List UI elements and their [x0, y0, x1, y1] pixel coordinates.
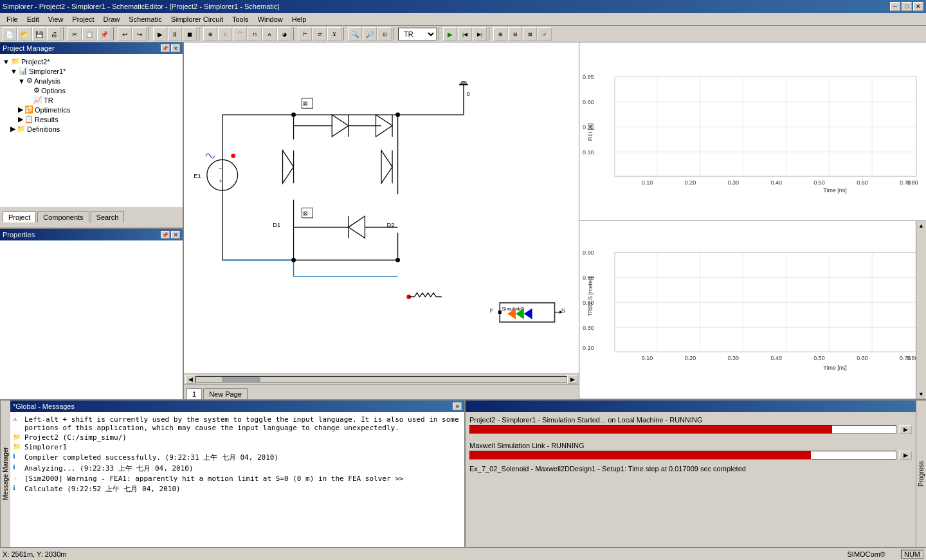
vscroll-up[interactable]: ▲: [918, 221, 924, 230]
tb-new[interactable]: 📄: [3, 27, 17, 41]
pm-close[interactable]: ✕: [171, 44, 180, 52]
msg-text-6: Calculate (9:22:52 上午 七月 04, 2010): [24, 484, 181, 494]
vscroll-right[interactable]: ▲ ▼: [916, 221, 926, 399]
tb-e3[interactable]: ⊠: [523, 27, 537, 41]
tree-results[interactable]: ▶📋Results: [3, 114, 180, 124]
menu-draw[interactable]: Draw: [100, 14, 124, 24]
tb-c2[interactable]: ⇌: [313, 27, 327, 41]
menu-simplorer-circuit[interactable]: Simplorer Circuit: [167, 14, 227, 24]
pm-tab-components[interactable]: Components: [37, 212, 89, 222]
title-bar: Simplorer - Project2 - Simplorer1 - Sche…: [0, 0, 926, 13]
tb-e4[interactable]: ✓: [538, 27, 552, 41]
menu-schematic[interactable]: Schematic: [125, 14, 165, 24]
tb-fit[interactable]: ⊡: [377, 27, 392, 41]
info-icon-3: ℹ: [13, 484, 22, 491]
tree-tr[interactable]: 📈TR: [3, 95, 180, 105]
ex-status: Ex_7_02_Solenoid - Maxwell2DDesign1 - Se…: [469, 465, 912, 473]
tb-save[interactable]: 💾: [32, 27, 46, 41]
tb-c3[interactable]: ⊻: [327, 27, 341, 41]
menu-tools[interactable]: Tools: [228, 14, 253, 24]
tree-analysis[interactable]: ▼⚙Analysis: [3, 76, 180, 86]
hscroll-left[interactable]: ◀: [185, 375, 195, 384]
hscroll-right[interactable]: ▶: [567, 375, 577, 384]
toolbar-sep5: [293, 28, 296, 41]
msg-compiler: ℹ Compiler completed successfully. (9:22…: [13, 452, 462, 463]
plot2-svg: 0.90 0.70 0.50 0.30 0.10 0.10 0.20 0.30 …: [579, 221, 926, 399]
tb-e2[interactable]: ⊟: [508, 27, 522, 41]
hscroll-thumb[interactable]: [222, 377, 260, 382]
sim-bar-fill: [470, 426, 832, 433]
tb-b1[interactable]: ⊞: [203, 27, 217, 41]
tb-print[interactable]: 🖨: [47, 27, 61, 41]
svg-text:R1I [A]: R1I [A]: [587, 123, 594, 141]
msg-close[interactable]: ✕: [453, 402, 462, 410]
svg-text:0.30: 0.30: [583, 325, 594, 331]
svg-text:0.85: 0.85: [583, 74, 594, 80]
menu-edit[interactable]: Edit: [23, 14, 43, 24]
msg-text-1: Project2 (C:/simp_simu/): [24, 433, 127, 442]
maxwell-run-btn[interactable]: ▶: [899, 451, 912, 460]
tree-options[interactable]: ⚙Options: [3, 86, 180, 95]
tb-d2[interactable]: ▶|: [473, 27, 487, 41]
warning-icon-2: ⚠: [13, 474, 22, 482]
messages-titlebar: *Global - Messages ✕: [10, 401, 464, 412]
tree-optimetrics[interactable]: ▶🔁Optimetrics: [3, 105, 180, 114]
tb-run[interactable]: ▶: [153, 27, 167, 41]
pm-pin[interactable]: 📌: [161, 44, 170, 52]
tb-run2[interactable]: ▶: [443, 27, 457, 41]
tree-project2[interactable]: ▼📁Project2*: [3, 57, 180, 66]
pm-tab-project[interactable]: Project: [3, 212, 36, 222]
maxwell-bar-row: ▶: [469, 451, 912, 460]
message-manager-label: Message Manager: [0, 401, 10, 547]
tb-paste[interactable]: 📌: [97, 27, 111, 41]
close-btn[interactable]: ✕: [913, 2, 923, 11]
tree-definitions[interactable]: ▶📁Definitions: [3, 124, 180, 134]
tb-open[interactable]: 📂: [17, 27, 32, 41]
pm-tab-search[interactable]: Search: [91, 212, 125, 222]
menu-help[interactable]: Help: [288, 14, 311, 24]
plot-pane-1: 0.85 0.60 0.35 0.10 0.10 0.20 0.30 0.40 …: [579, 42, 926, 221]
tb-undo[interactable]: ↩: [118, 27, 132, 41]
analysis-type-dropdown[interactable]: TR: [398, 28, 437, 41]
tb-stop[interactable]: ⏹: [183, 27, 197, 41]
menu-file[interactable]: File: [3, 14, 22, 24]
schematic-hscroll[interactable]: ◀ ▶: [184, 374, 579, 384]
tb-cut[interactable]: ✂: [68, 27, 82, 41]
props-close[interactable]: ✕: [171, 231, 180, 239]
tb-b2[interactable]: ○: [218, 27, 232, 41]
tb-pause[interactable]: ⏸: [168, 27, 182, 41]
svg-text:0.40: 0.40: [770, 179, 781, 186]
tb-copy[interactable]: 📋: [82, 27, 96, 41]
toolbar-row1: 📄 📂 💾 🖨 ✂ 📋 📌 ↩ ↪ ▶ ⏸ ⏹ ⊞ ○ ⌒ ⊓ A ◕ ⊢ ⇌ …: [0, 26, 926, 42]
toolbar-sep7: [394, 28, 396, 41]
tb-b5[interactable]: A: [262, 27, 277, 41]
tb-c1[interactable]: ⊢: [298, 27, 312, 41]
tree-simplorer1[interactable]: ▼📊Simplorer1*: [3, 66, 180, 76]
hscroll-track[interactable]: [195, 376, 567, 383]
sim-run-btn[interactable]: ▶: [899, 425, 912, 434]
tb-e1[interactable]: ⊞: [493, 27, 507, 41]
tb-d1[interactable]: |◀: [458, 27, 472, 41]
tb-redo[interactable]: ↪: [132, 27, 147, 41]
tb-b3[interactable]: ⌒: [233, 27, 247, 41]
schem-tab-1[interactable]: 1: [186, 388, 202, 399]
props-pin[interactable]: 📌: [161, 231, 170, 239]
maxwell-label: Maxwell Simulation Link - RUNNING: [469, 442, 912, 449]
schem-tab-new[interactable]: New Page: [203, 388, 248, 399]
menu-window[interactable]: Window: [254, 14, 287, 24]
tb-b6[interactable]: ◕: [277, 27, 291, 41]
tb-b4[interactable]: ⊓: [248, 27, 262, 41]
schematic-canvas[interactable]: − + E1: [184, 42, 579, 374]
menu-view[interactable]: View: [44, 14, 68, 24]
tb-zoom-out[interactable]: 🔎: [363, 27, 377, 41]
menu-project[interactable]: Project: [68, 14, 98, 24]
messages-content: ⚠ Left-alt + shift is currently used by …: [10, 412, 464, 547]
svg-text:0.10: 0.10: [642, 179, 653, 186]
svg-text:0.10: 0.10: [642, 355, 653, 361]
svg-rect-0: [184, 74, 579, 343]
maximize-btn[interactable]: □: [902, 2, 912, 11]
vscroll-down[interactable]: ▼: [918, 390, 924, 399]
minimize-btn[interactable]: ─: [890, 2, 900, 11]
tb-zoom-in[interactable]: 🔍: [348, 27, 362, 41]
maxwell-bar-container: [469, 451, 896, 460]
